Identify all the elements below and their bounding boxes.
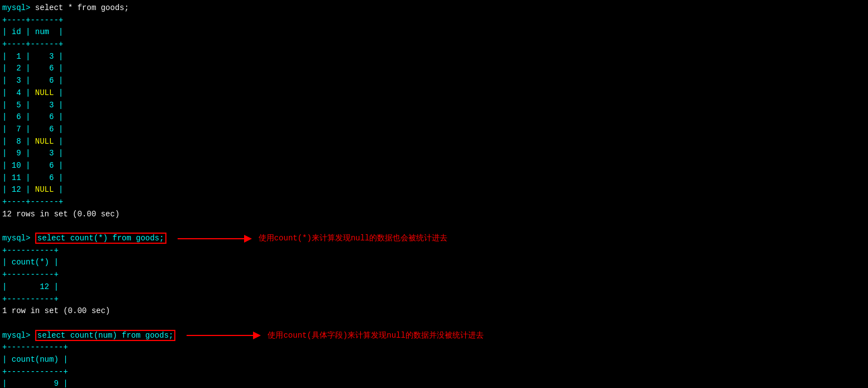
terminal-container: mysql> select * from goods; +----+------… [0, 0, 868, 388]
table1-row-5: | 5 | 3 | [2, 100, 868, 112]
table2-header: +----------+ [2, 245, 868, 257]
query1-line: mysql> select * from goods; [2, 2, 868, 15]
table2-divider: +----------+ [2, 269, 868, 281]
arrow2-head [253, 332, 261, 339]
table1-row-12: | 12 | NULL | [2, 184, 868, 196]
annotation1-text: 使用count(*)来计算发现null的数据也会被统计进去 [259, 233, 448, 245]
query3-row: mysql> select count(num) from goods; 使用c… [2, 330, 868, 342]
table1-row-3: | 3 | 6 | [2, 75, 868, 87]
annotation2-text: 使用count(具体字段)来计算发现null的数据并没被统计进去 [268, 330, 483, 342]
table3-cols: | count(num) | [2, 354, 868, 366]
table1-row-2: | 2 | 6 | [2, 63, 868, 75]
query2-line: mysql> select count(*) from goods; [2, 233, 166, 245]
table1-row-8: | 8 | NULL | [2, 136, 868, 148]
arrow1-line [178, 238, 245, 239]
arrow2-container: 使用count(具体字段)来计算发现null的数据并没被统计进去 [187, 330, 483, 342]
table1-cols: | id | num | [2, 26, 868, 39]
query3-line: mysql> select count(num) from goods; [2, 330, 175, 342]
table1-row-1: | 1 | 3 | [2, 51, 868, 63]
table1-header: +----+------+ [2, 15, 868, 27]
table1-row-10: | 10 | 6 | [2, 160, 868, 172]
table2-cols: | count(*) | [2, 257, 868, 269]
table1-row-9: | 9 | 3 | [2, 148, 868, 160]
table2-footer: +----------+ [2, 294, 868, 306]
arrow2-line [187, 335, 254, 336]
arrow1-head [244, 235, 252, 243]
table3-header: +------------+ [2, 342, 868, 354]
query2-row: mysql> select count(*) from goods; 使用cou… [2, 233, 868, 245]
table2-value: | 12 | [2, 281, 868, 294]
query2-highlight: select count(*) from goods; [35, 233, 166, 244]
rows1-info: 12 rows in set (0.00 sec) [2, 209, 868, 221]
table1-footer: +----+------+ [2, 196, 868, 209]
table1-divider: +----+------+ [2, 39, 868, 51]
table1-row-7: | 7 | 6 | [2, 124, 868, 136]
query3-highlight: select count(num) from goods; [35, 330, 176, 341]
table1-row-4: | 4 | NULL | [2, 87, 868, 100]
table1-row-6: | 6 | 6 | [2, 111, 868, 124]
table3-value: | 9 | [2, 378, 868, 388]
rows2-info: 1 row in set (0.00 sec) [2, 305, 868, 318]
table1-row-11: | 11 | 6 | [2, 172, 868, 184]
arrow1-container: 使用count(*)来计算发现null的数据也会被统计进去 [178, 233, 448, 245]
table3-divider: +------------+ [2, 366, 868, 378]
